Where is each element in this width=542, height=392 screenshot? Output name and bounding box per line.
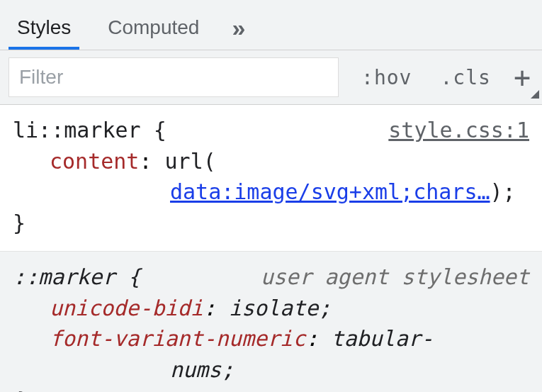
css-rule: li::marker { style.css:1 content: url( d… bbox=[0, 105, 542, 252]
declaration[interactable]: content: url( data:image/svg+xml;chars…)… bbox=[13, 146, 529, 208]
value-suffix: ); bbox=[490, 179, 516, 204]
declaration[interactable]: font-variant-numeric: tabular- nums; bbox=[13, 323, 529, 385]
rule-header: li::marker { style.css:1 bbox=[13, 115, 529, 146]
colon: : bbox=[305, 326, 318, 351]
close-brace: } bbox=[13, 385, 529, 392]
plus-icon: + bbox=[514, 61, 531, 94]
colon: : bbox=[203, 296, 216, 320]
rule-header: ::marker { user agent stylesheet bbox=[13, 262, 529, 293]
tab-styles[interactable]: Styles bbox=[13, 8, 75, 49]
styles-toolbar: :hov .cls + bbox=[0, 50, 542, 105]
dropdown-corner-icon bbox=[531, 90, 539, 99]
devtools-tabs: Styles Computed » bbox=[0, 0, 542, 50]
property: font-variant-numeric bbox=[50, 326, 305, 351]
cls-toggle[interactable]: .cls bbox=[434, 63, 496, 92]
selector[interactable]: ::marker bbox=[13, 264, 115, 289]
rules-panel: li::marker { style.css:1 content: url( d… bbox=[0, 105, 542, 392]
value: isolate; bbox=[229, 296, 332, 320]
declaration[interactable]: unicode-bidi: isolate; bbox=[13, 293, 529, 324]
source-link[interactable]: style.css:1 bbox=[388, 115, 529, 146]
new-rule-button[interactable]: + bbox=[514, 63, 533, 91]
value-prefix: url( bbox=[165, 149, 216, 174]
selector[interactable]: li::marker bbox=[13, 118, 141, 142]
open-brace: { bbox=[154, 118, 166, 142]
hov-toggle[interactable]: :hov bbox=[356, 63, 417, 92]
property: content bbox=[50, 149, 139, 174]
close-brace: } bbox=[13, 208, 529, 239]
css-rule-ua: ::marker { user agent stylesheet unicode… bbox=[0, 252, 542, 392]
open-brace: { bbox=[128, 264, 141, 289]
property: unicode-bidi bbox=[50, 296, 203, 320]
colon: : bbox=[139, 149, 152, 174]
value-line2: nums; bbox=[50, 354, 529, 386]
ua-stylesheet-label: user agent stylesheet bbox=[261, 262, 529, 293]
filter-input[interactable] bbox=[9, 57, 339, 97]
value-line1: tabular- bbox=[331, 326, 434, 351]
tab-computed[interactable]: Computed bbox=[103, 8, 203, 49]
tab-more-icon[interactable]: » bbox=[232, 7, 249, 50]
url-link[interactable]: data:image/svg+xml;chars… bbox=[170, 179, 490, 204]
